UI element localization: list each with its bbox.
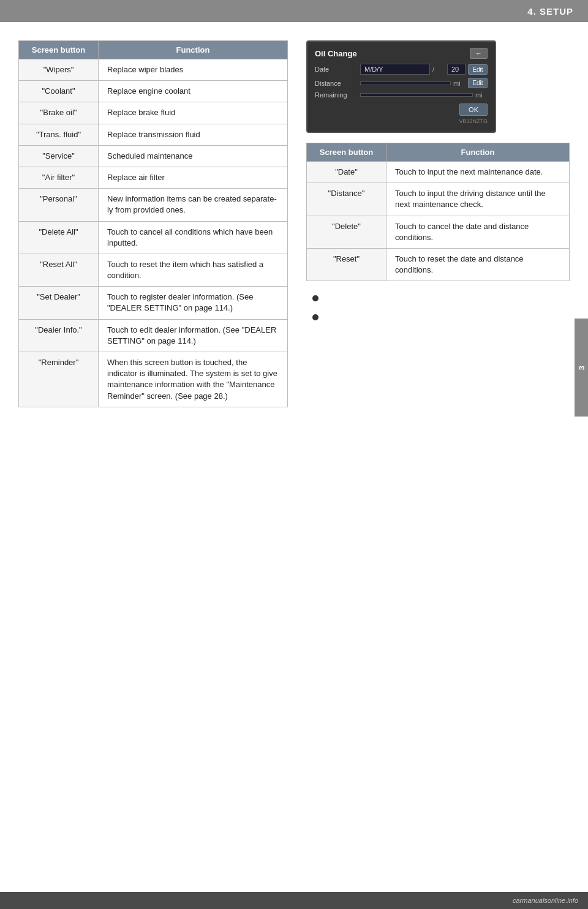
left-table-col2-header: Function: [99, 41, 288, 59]
left-table-row: "Brake oil"Replace brake fluid: [19, 102, 288, 124]
left-table-btn-cell: "Brake oil": [19, 102, 99, 124]
left-table-row: "Reset All"Touch to reset the item which…: [19, 254, 288, 286]
right-table: Screen button Function "Date"Touch to in…: [306, 143, 570, 281]
car-screen-date-value: 20: [447, 64, 466, 75]
right-table-row: "Distance"Touch to input the driv­ing di…: [307, 183, 570, 216]
left-table-row: "Personal"New information items can be c…: [19, 189, 288, 221]
car-screen-ok-btn[interactable]: OK: [459, 104, 488, 116]
car-screen-version: VB12NZTG: [315, 118, 488, 124]
left-table-func-cell: New information items can be created sep…: [99, 189, 288, 221]
bullet-section: [306, 293, 570, 331]
car-screen-date-edit-btn[interactable]: Edit: [468, 64, 488, 75]
left-table-func-cell: Replace brake fluid: [99, 102, 288, 124]
left-table-row: "Service"Scheduled maintenance: [19, 145, 288, 167]
car-screen-distance-row: Distance mi Edit: [315, 78, 488, 88]
right-table-btn-cell: "Delete": [307, 216, 386, 248]
left-table-btn-cell: "Delete All": [19, 221, 99, 254]
side-tab: 3: [575, 319, 588, 417]
car-screen-back-btn[interactable]: ←: [470, 48, 488, 59]
left-table-func-cell: Replace transmission flu­id: [99, 124, 288, 145]
left-table-btn-cell: "Air filter": [19, 167, 99, 188]
car-screen-remaining-row: Remaining mi: [315, 91, 488, 99]
car-screen-remaining-unit: mi: [475, 91, 488, 99]
left-table-func-cell: Touch to cancel all condi­tions which ha…: [99, 221, 288, 254]
left-table-row: "Reminder"When this screen button is tou…: [19, 352, 288, 407]
right-table-btn-cell: "Date": [307, 162, 386, 183]
bullet-dot-2: [312, 314, 318, 320]
car-screen-distance-label: Distance: [315, 80, 358, 87]
right-table-btn-cell: "Distance": [307, 183, 386, 216]
left-table-row: "Delete All"Touch to cancel all condi­ti…: [19, 221, 288, 254]
car-screen-remaining-value: [360, 93, 473, 97]
car-screen-date-row: Date M/D/Y / 20 Edit: [315, 64, 488, 75]
left-table-row: "Air filter"Replace air filter: [19, 167, 288, 188]
right-table-col1-header: Screen button: [307, 143, 386, 162]
left-table-func-cell: When this screen button is touched, the …: [99, 352, 288, 407]
left-table-func-cell: Touch to reset the item which has satisf…: [99, 254, 288, 286]
left-column: Screen button Function "Wipers"Replace w…: [18, 40, 288, 407]
side-tab-number: 3: [577, 364, 586, 370]
left-table-btn-cell: "Dealer Info.": [19, 319, 99, 352]
left-table-func-cell: Replace air filter: [99, 167, 288, 188]
left-table-func-cell: Replace engine coolant: [99, 81, 288, 102]
left-table-col1-header: Screen button: [19, 41, 99, 59]
left-table-btn-cell: "Coolant": [19, 81, 99, 102]
right-table-row: "Date"Touch to input the next maintenanc…: [307, 162, 570, 183]
car-screen-date-format: M/D/Y: [360, 64, 430, 75]
left-table-btn-cell: "Reset All": [19, 254, 99, 286]
left-table-btn-cell: "Personal": [19, 189, 99, 221]
car-screen-distance-value: [360, 81, 451, 85]
right-table-func-cell: Touch to input the next maintenance date…: [386, 162, 570, 183]
car-screen-distance-edit-btn[interactable]: Edit: [468, 78, 488, 88]
right-table-func-cell: Touch to reset the date and distance con…: [386, 248, 570, 281]
car-screen-bottom: OK: [315, 104, 488, 116]
right-table-func-cell: Touch to input the driv­ing distance unt…: [386, 183, 570, 216]
bullet-item-2: [312, 312, 570, 320]
page-title: 4. SETUP: [527, 6, 573, 17]
bullet-dot-1: [312, 295, 318, 301]
right-table-col2-header: Function: [386, 143, 570, 162]
right-table-btn-cell: "Reset": [307, 248, 386, 281]
left-table-btn-cell: "Service": [19, 145, 99, 167]
bullet-item-1: [312, 293, 570, 301]
car-screen-date-separator: /: [432, 66, 445, 73]
left-table-row: "Set Dealer"Touch to register dealer inf…: [19, 287, 288, 319]
left-table: Screen button Function "Wipers"Replace w…: [18, 40, 288, 407]
left-table-row: "Coolant"Replace engine coolant: [19, 81, 288, 102]
left-table-func-cell: Touch to register dealer information. (S…: [99, 287, 288, 319]
car-screen-distance-unit: mi: [453, 80, 466, 87]
right-table-row: "Reset"Touch to reset the date and dista…: [307, 248, 570, 281]
left-table-btn-cell: "Reminder": [19, 352, 99, 407]
car-screen-title-text: Oil Change: [315, 49, 357, 58]
left-table-row: "Trans. fluid"Replace transmission flu­i…: [19, 124, 288, 145]
left-table-func-cell: Scheduled maintenance: [99, 145, 288, 167]
left-table-btn-cell: "Set Dealer": [19, 287, 99, 319]
car-screen-date-label: Date: [315, 66, 358, 73]
left-table-func-cell: Replace wiper blades: [99, 59, 288, 81]
car-screen-title-bar: Oil Change ←: [315, 48, 488, 59]
car-screen-remaining-label: Remaining: [315, 91, 358, 99]
left-table-row: "Dealer Info."Touch to edit dealer infor…: [19, 319, 288, 352]
left-table-row: "Wipers"Replace wiper blades: [19, 59, 288, 81]
top-header: 4. SETUP: [0, 0, 588, 22]
right-column: Oil Change ← Date M/D/Y / 20 Edit Distan…: [306, 40, 570, 407]
left-table-btn-cell: "Trans. fluid": [19, 124, 99, 145]
main-content: Screen button Function "Wipers"Replace w…: [0, 22, 588, 426]
bottom-footer: carmanualsonline.info: [0, 892, 588, 909]
right-table-row: "Delete"Touch to cancel the date and dis…: [307, 216, 570, 248]
car-screen: Oil Change ← Date M/D/Y / 20 Edit Distan…: [306, 40, 496, 133]
left-table-btn-cell: "Wipers": [19, 59, 99, 81]
footer-logo: carmanualsonline.info: [513, 897, 578, 904]
left-table-func-cell: Touch to edit dealer infor­mation. (See …: [99, 319, 288, 352]
right-table-func-cell: Touch to cancel the date and distance co…: [386, 216, 570, 248]
